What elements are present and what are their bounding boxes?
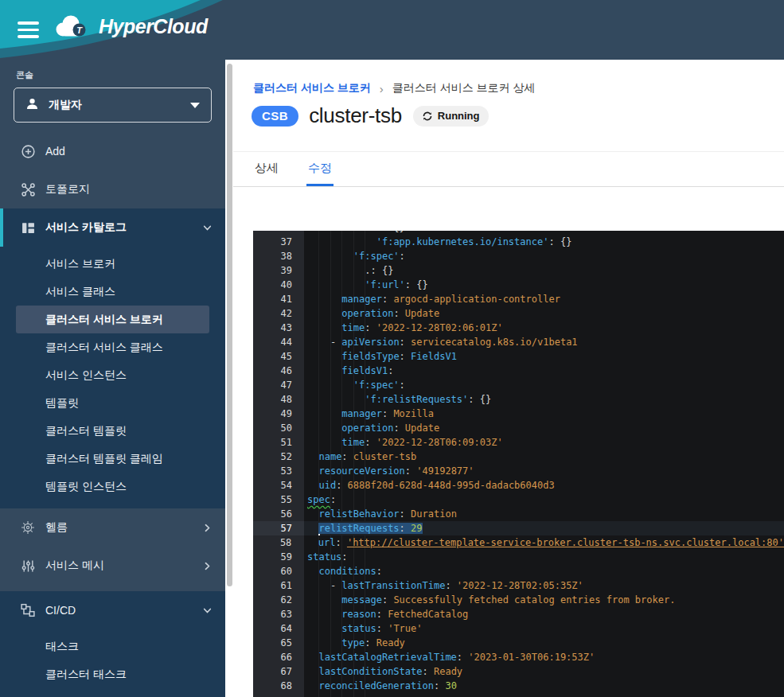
tab-edit[interactable]: 수정 — [306, 152, 333, 186]
code-token: fieldsType — [341, 351, 399, 362]
sidebar-item[interactable]: 서비스 인스턴스 — [16, 361, 209, 389]
code-line[interactable]: 47 'f:spec': — [253, 378, 784, 392]
code-line[interactable]: 51 time: '2022-12-28T06:09:03Z' — [253, 435, 784, 450]
code-line[interactable]: 63 reason: FetchedCatalog — [253, 607, 784, 621]
code-token: Ready — [434, 666, 462, 677]
code-line[interactable]: 60 conditions: — [253, 564, 784, 578]
code-token: FetchedCatalog — [388, 609, 468, 620]
code-line[interactable]: 42 operation: Update — [253, 306, 784, 321]
sidebar-section-header[interactable]: 서비스 카탈로그 — [0, 208, 225, 247]
helm-icon — [19, 520, 37, 535]
code-line[interactable]: 43 time: '2022-12-28T02:06:01Z' — [253, 321, 784, 335]
code-token: time — [341, 437, 365, 448]
code-line[interactable]: 59status: — [253, 550, 784, 564]
code-line[interactable]: 45 fieldsType: FieldsV1 — [253, 349, 784, 364]
console-label: 콘솔 — [16, 69, 225, 81]
code-token: status — [341, 623, 376, 634]
code-line[interactable]: 57 relistRequests: 29 — [253, 521, 784, 535]
code-line[interactable]: 41 manager: argocd-application-controlle… — [253, 292, 784, 306]
sidebar-item-label: 클러스터 태스크 — [45, 668, 127, 682]
sidebar-item[interactable]: 템플릿 인스턴스 — [16, 473, 209, 500]
code-token: 'f:relistRequests' — [365, 394, 468, 405]
code-line[interactable]: 49 manager: Mozilla — [253, 407, 784, 421]
code-line-content: fieldsV1: — [304, 364, 784, 378]
code-line[interactable]: 65 type: Ready — [253, 636, 784, 650]
yaml-editor[interactable]: 36 .: {}37 'f:app.kubernetes.io/instance… — [253, 231, 784, 697]
sidebar-scrollbar-thumb[interactable] — [227, 64, 232, 586]
sidebar-item[interactable]: 클러스터 태스크 — [16, 660, 209, 688]
code-token: : — [400, 251, 405, 262]
sidebar-item[interactable]: 태스크 — [16, 633, 209, 660]
code-line[interactable]: 68 reconciledGeneration: 30 — [253, 679, 784, 693]
code-token: uid — [318, 480, 336, 491]
sidebar-item[interactable]: 서비스 클래스 — [16, 278, 209, 306]
code-token — [307, 451, 318, 462]
code-line[interactable]: 58 url: 'http://cluster-template-service… — [253, 535, 784, 550]
code-line[interactable]: 39 .: {} — [253, 263, 784, 278]
code-token: 6888f20d-628d-448d-995d-dadacb6040d3 — [348, 480, 555, 491]
code-token: : — [468, 394, 479, 405]
sidebar-item[interactable]: 서비스 브로커 — [16, 250, 209, 278]
code-token — [307, 265, 365, 276]
perspective-dropdown[interactable]: 개발자 — [14, 88, 212, 123]
code-line[interactable]: 37 'f:app.kubernetes.io/instance': {} — [253, 235, 784, 249]
sidebar-section: 헬름 — [0, 508, 225, 547]
code-line[interactable]: 48 'f:relistRequests': {} — [253, 392, 784, 407]
code-line[interactable]: 66 lastCatalogRetrievalTime: '2023-01-30… — [253, 650, 784, 664]
code-line[interactable]: 62 message: Successfully fetched catalog… — [253, 593, 784, 607]
code-line[interactable]: 61 - lastTransitionTime: '2022-12-28T02:… — [253, 578, 784, 593]
code-line[interactable]: 52 name: cluster-tsb — [253, 450, 784, 464]
code-line-content: manager: argocd-application-controller — [304, 292, 784, 306]
sidebar-item-add[interactable]: Add — [0, 132, 225, 170]
code-line[interactable]: 67 lastConditionState: Ready — [253, 664, 784, 679]
code-line[interactable]: 55spec: — [253, 493, 784, 507]
tab-detail[interactable]: 상세 — [253, 152, 280, 186]
code-line[interactable]: 46 fieldsV1: — [253, 364, 784, 378]
add-circle-icon — [19, 144, 37, 159]
sidebar-item[interactable]: 클러스터 템플릿 클레임 — [16, 445, 209, 473]
code-line[interactable]: 56 relistBehavior: Duration — [253, 507, 784, 521]
code-token — [307, 566, 318, 577]
sidebar-item[interactable]: 클러스터 서비스 브로커 — [16, 306, 209, 333]
tab-bar: 상세 수정 — [233, 151, 784, 187]
code-line-content: manager: Mozilla — [304, 407, 784, 421]
code-token: Duration — [411, 508, 457, 520]
sidebar-item[interactable]: 클러스터 템플릿 — [16, 417, 209, 445]
code-token: '2023-01-30T06:19:53Z' — [468, 652, 595, 663]
sidebar-item[interactable]: 태스크 런 — [16, 688, 209, 697]
code-token: name — [318, 451, 341, 462]
breadcrumb-link[interactable]: 클러스터 서비스 브로커 — [253, 81, 371, 95]
code-line[interactable]: 40 'f:url': {} — [253, 278, 784, 292]
code-token: 'http://cluster-template-service-broker.… — [347, 537, 784, 548]
sidebar-item[interactable]: 템플릿 — [16, 389, 209, 417]
sidebar-section-header[interactable]: 헬름 — [0, 508, 225, 547]
code-token: : — [405, 465, 416, 477]
sidebar-item[interactable]: 클러스터 서비스 클래스 — [16, 333, 209, 361]
code-token: '2022-12-28T02:05:35Z' — [457, 580, 583, 591]
code-token — [307, 680, 318, 691]
code-token: : — [336, 480, 347, 491]
code-line-content: operation: Update — [304, 306, 784, 321]
code-token: : — [382, 594, 393, 605]
code-line-content: 'f:spec': — [304, 378, 784, 392]
sidebar-section-header[interactable]: 서비스 메시 — [0, 547, 225, 585]
code-line[interactable]: 64 status: 'True' — [253, 621, 784, 636]
line-number: 59 — [253, 550, 304, 564]
code-line[interactable]: 50 operation: Update — [253, 421, 784, 435]
code-token: fieldsV1 — [341, 365, 388, 376]
code-token — [307, 279, 365, 290]
sidebar-item-topology[interactable]: 토폴로지 — [0, 170, 225, 208]
code-line[interactable]: 54 uid: 6888f20d-628d-448d-995d-dadacb60… — [253, 478, 784, 493]
code-token: : — [457, 652, 468, 663]
sidebar-section-header[interactable]: CI/CD — [0, 591, 225, 629]
chevron-right-icon — [201, 524, 213, 532]
code-token: 'f:spec' — [353, 251, 400, 262]
code-line[interactable]: 44 - apiVersion: servicecatalog.k8s.io/v… — [253, 335, 784, 349]
code-line[interactable]: 53 resourceVersion: '49192877' — [253, 464, 784, 478]
sidebar-section-label: 서비스 메시 — [45, 559, 201, 573]
code-token: cluster-tsb — [353, 451, 416, 462]
menu-hamburger-icon[interactable] — [18, 21, 39, 38]
brand-logo[interactable]: T HyperCloud — [53, 13, 208, 40]
code-line[interactable]: 38 'f:spec': — [253, 249, 784, 263]
code-token: Mozilla — [393, 408, 434, 419]
